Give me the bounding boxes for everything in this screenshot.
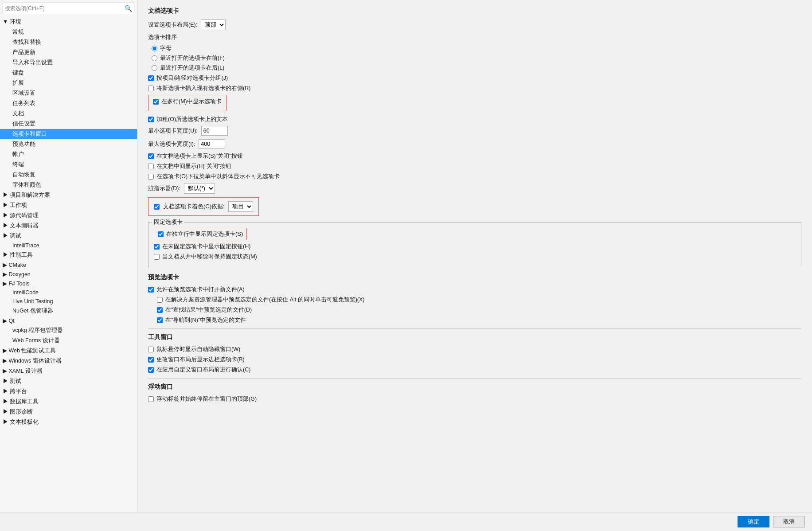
cb-preview-navigate-row: 在"导航到(N)"中预览选定的文件 — [148, 316, 801, 324]
tree-item-texteditor[interactable]: ▶ 文本编辑器 — [0, 221, 137, 231]
tab-order-row: 选项卡排序 — [148, 34, 801, 41]
tree-item-workitems[interactable]: ▶ 工作项 — [0, 200, 137, 211]
cb-pinned-row-label: 在独立行中显示固定选项卡(S) — [166, 230, 243, 238]
cb-insert-right-row: 将新选项卡插入现有选项卡的右侧(R) — [148, 85, 801, 92]
section-toolwindow-title: 工具窗口 — [148, 333, 801, 341]
cb-float-top[interactable] — [148, 396, 154, 402]
tree-item-perftools[interactable]: ▶ 性能工具 — [0, 250, 137, 260]
tree-item-doxygen[interactable]: ▶ Doxygen — [0, 269, 137, 279]
max-tab-width-input[interactable] — [199, 139, 225, 149]
tree-item-fsharptools[interactable]: ▶ F# Tools — [0, 279, 137, 288]
tree-item-env[interactable]: ▼ 环境 — [0, 17, 137, 27]
tree-item-dbtools[interactable]: ▶ 数据库工具 — [0, 397, 137, 407]
cb-preview-search[interactable] — [157, 307, 163, 313]
pinned-row-highlight: 在独立行中显示固定选项卡(S) — [154, 228, 247, 240]
tree-item-webperf[interactable]: ▶ Web 性能测试工具 — [0, 346, 137, 356]
tree-item-liveunit[interactable]: Live Unit Testing — [0, 297, 137, 306]
dirty-indicator-row: 脏指示器(D): 默认(*) — [148, 183, 801, 194]
tree-item-autorecover[interactable]: 自动恢复 — [0, 170, 137, 180]
tree-item-label-fsharptools: ▶ F# Tools — [3, 280, 30, 287]
radio-recent-back-row: 最近打开的选项卡在后(L) — [152, 64, 801, 72]
tree-item-productupdate[interactable]: 产品更新 — [0, 47, 137, 58]
radio-recent-back[interactable] — [152, 65, 157, 71]
tree-item-intellitrace[interactable]: IntelliTrace — [0, 241, 137, 250]
search-box[interactable]: 🔍 — [3, 3, 134, 14]
tree-item-winforms[interactable]: ▶ Windows 窗体设计器 — [0, 356, 137, 366]
tree-item-general[interactable]: 常规 — [0, 27, 137, 37]
tree-item-label-webforms: Web Forms 设计器 — [12, 337, 60, 344]
cb-multirow[interactable] — [153, 99, 159, 105]
dirty-indicator-label: 脏指示器(D): — [148, 185, 180, 192]
cb-preview-solution-label: 在解决方案资源管理器中预览选定的文件(在按住 Alt 的同时单击可避免预览)(X… — [165, 296, 365, 304]
tree-item-fontcolor[interactable]: 字体和颜色 — [0, 180, 137, 190]
tree-item-tabswindows[interactable]: 选项卡和窗口 — [0, 129, 137, 139]
tab-layout-dropdown[interactable]: 顶部 — [201, 20, 226, 30]
cb-show-tabs-after[interactable] — [148, 357, 154, 363]
cb-show-close-doc-row: 在文档选项卡上显示(S)"关闭"按钮 — [148, 152, 801, 160]
tree-item-keyboard[interactable]: 键盘 — [0, 68, 137, 78]
tree-item-trust[interactable]: 信任设置 — [0, 119, 137, 129]
cb-preview-solution[interactable] — [157, 297, 163, 303]
cb-keep-pinned[interactable] — [154, 254, 160, 260]
tree-item-label-xaml: ▶ XAML 设计器 — [3, 367, 43, 375]
tree-item-vcpkg[interactable]: vcpkg 程序包管理器 — [0, 325, 137, 336]
cb-insert-right[interactable] — [148, 86, 154, 91]
pinned-tabs-title: 固定选项卡 — [152, 219, 184, 226]
radio-recent-front[interactable] — [152, 55, 157, 61]
cb-color-tabs[interactable] — [154, 204, 160, 210]
cb-show-close-doc[interactable] — [148, 153, 154, 159]
cb-group-by-project[interactable] — [148, 75, 154, 81]
min-tab-width-input[interactable] — [201, 126, 228, 136]
search-input[interactable] — [5, 5, 125, 12]
tree-item-cmake[interactable]: ▶ CMake — [0, 260, 137, 269]
right-panel: 文档选项卡 设置选项卡布局(E): 顶部 选项卡排序 字母 最近打开的选 — [137, 0, 812, 512]
tree-item-label-extensions: 扩展 — [12, 79, 24, 87]
tree-item-extensions[interactable]: 扩展 — [0, 78, 137, 88]
tree-item-qt[interactable]: ▶ Qt — [0, 316, 137, 325]
tree-item-crossplatform[interactable]: ▶ 跨平台 — [0, 387, 137, 397]
color-by-dropdown[interactable]: 项目 — [228, 201, 253, 212]
cb-show-close-doc-label: 在文档选项卡上显示(S)"关闭"按钮 — [156, 152, 243, 160]
tree-item-nuget[interactable]: NuGet 包管理器 — [0, 306, 137, 316]
tree-item-label-workitems: ▶ 工作项 — [3, 202, 27, 209]
cb-keep-pinned-label: 当文档从井中移除时保持固定状态(M) — [162, 253, 257, 261]
tree-item-importexport[interactable]: 导入和导出设置 — [0, 58, 137, 68]
cb-bold-active[interactable] — [148, 117, 154, 122]
tree-item-test[interactable]: ▶ 测试 — [0, 376, 137, 387]
tree-item-graphdiag[interactable]: ▶ 图形诊断 — [0, 407, 137, 417]
tree-item-preview[interactable]: 预览功能 — [0, 139, 137, 149]
cb-show-pin-btn[interactable] — [154, 244, 160, 250]
dirty-indicator-dropdown[interactable]: 默认(*) — [184, 183, 215, 194]
tree-item-texttemplate[interactable]: ▶ 文本模板化 — [0, 417, 137, 427]
tree-item-webforms[interactable]: Web Forms 设计器 — [0, 336, 137, 346]
cancel-button[interactable]: 取消 — [773, 516, 805, 527]
cb-auto-hide[interactable] — [148, 347, 154, 352]
tree-item-label-doxygen: ▶ Doxygen — [3, 271, 31, 277]
search-icon: 🔍 — [125, 5, 132, 12]
tree-item-tasklist[interactable]: 任务列表 — [0, 98, 137, 109]
cb-show-close-mid[interactable] — [148, 164, 154, 169]
cb-confirm-custom[interactable] — [148, 367, 154, 373]
cb-dropdown-italic[interactable] — [148, 174, 154, 180]
radio-alpha[interactable] — [152, 46, 157, 51]
tree-item-sourcecontrol[interactable]: ▶ 源代码管理 — [0, 211, 137, 221]
tree-item-account[interactable]: 帐户 — [0, 149, 137, 160]
tree-item-intellicode[interactable]: IntelliCode — [0, 288, 137, 297]
cb-pinned-row[interactable] — [158, 231, 164, 237]
cb-preview-navigate[interactable] — [157, 317, 163, 323]
cb-preview-search-label: 在"查找结果"中预览选定的文件(D) — [165, 306, 252, 314]
tab-order-label: 选项卡排序 — [148, 34, 177, 41]
cb-float-top-label: 浮动标签并始终停留在主窗门的顶部(G) — [156, 395, 257, 403]
multirow-highlight-box: 在多行(M)中显示选项卡 — [148, 95, 226, 111]
tree-item-debug[interactable]: ▶ 调试 — [0, 231, 137, 241]
tree-item-projsolution[interactable]: ▶ 项目和解决方案 — [0, 190, 137, 200]
tree-item-docs[interactable]: 文档 — [0, 109, 137, 119]
tree-item-regional[interactable]: 区域设置 — [0, 88, 137, 98]
tree-item-findreplace[interactable]: 查找和替换 — [0, 37, 137, 47]
cb-preview-navigate-label: 在"导航到(N)"中预览选定的文件 — [165, 316, 246, 324]
tree-item-xaml[interactable]: ▶ XAML 设计器 — [0, 366, 137, 376]
tree-item-terminal[interactable]: 终端 — [0, 160, 137, 170]
cb-allow-preview[interactable] — [148, 287, 154, 293]
ok-button[interactable]: 确定 — [738, 516, 769, 527]
cb-color-tabs-label: 文档选项卡着色(C)依据: — [163, 203, 225, 211]
